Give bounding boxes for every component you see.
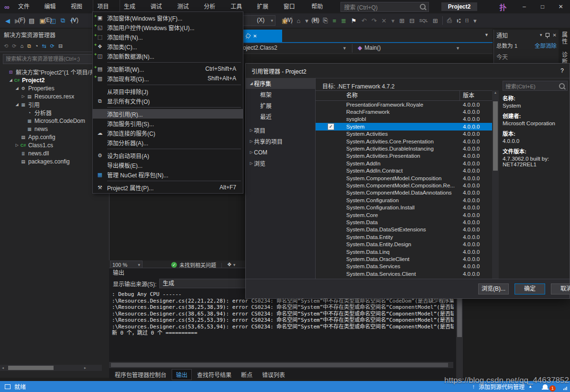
reference-nav-item[interactable]: ▷共享的项目 xyxy=(246,136,315,147)
braces-icon[interactable]: ⁅⁆ xyxy=(465,18,469,23)
menu-item[interactable]: ▥+添加现有项(G)...Shift+Alt+A xyxy=(93,74,243,83)
expander-icon[interactable]: ▷ xyxy=(14,143,20,147)
scroll-thumb[interactable] xyxy=(111,363,448,367)
menu-item[interactable]: ❖+添加类(C)... xyxy=(93,42,243,51)
cleanup-icon[interactable]: ❖ ▾ xyxy=(227,261,235,268)
assembly-row[interactable]: System.Data.Services.Client4.0.0.0 xyxy=(316,270,493,277)
menu-item[interactable]: 从项目中排除(J) xyxy=(93,87,243,96)
menu-item[interactable]: 编辑(E) xyxy=(40,0,67,13)
assembly-row[interactable]: System.Activities.Core.Presentation4.0.0… xyxy=(316,138,493,145)
close-icon[interactable]: ✕ xyxy=(553,33,557,38)
ok-button[interactable]: 确定 xyxy=(515,283,545,294)
bookmark-icon[interactable]: ⚑ xyxy=(351,17,357,24)
solution-explorer-hscrollbar[interactable]: ◂ ▸ xyxy=(0,365,102,371)
bottom-tab-item[interactable]: 程序包管理器控制台 xyxy=(111,370,170,380)
assembly-row[interactable]: System.Data4.0.0.0 xyxy=(316,218,493,226)
menu-item[interactable]: ▦管理 NuGet 程序包(N)... xyxy=(93,170,243,179)
maximize-button[interactable]: □ xyxy=(533,3,551,10)
export-icon[interactable]: ⎙ xyxy=(447,17,452,24)
dropdown[interactable]: ▾ xyxy=(305,17,308,24)
scroll-thumb[interactable] xyxy=(493,101,498,171)
assembly-row[interactable]: ✓System4.0.0.0 xyxy=(316,123,493,130)
expander-icon[interactable]: ◢ xyxy=(249,81,254,86)
grid-icon[interactable]: ⊟ xyxy=(409,17,415,24)
reference-nav-item[interactable]: 扩展 xyxy=(246,100,315,111)
clear-all-link[interactable]: 全部消除 xyxy=(535,42,557,49)
menu-item[interactable]: ☁添加连接的服务(C) xyxy=(93,128,243,138)
breadcrumb-member-dropdown[interactable]: ◆ Main() xyxy=(358,44,381,51)
copy-doc-icon[interactable]: ⎘ xyxy=(323,17,328,24)
menu-item[interactable]: 添加服务引用(S)... xyxy=(93,119,243,128)
minimize-button[interactable]: – xyxy=(515,3,533,10)
menu-item[interactable]: ▤+添加新项(W)...Ctrl+Shift+A xyxy=(93,64,243,74)
expander-icon[interactable]: ▷ xyxy=(249,139,254,143)
assembly-row[interactable]: System.Core4.0.0.0 xyxy=(316,211,493,218)
quick-search-input[interactable]: 搜索 (Ctrl+Q) xyxy=(340,2,428,12)
menu-item[interactable]: ◫+添加新数据源(N)... xyxy=(93,51,243,61)
sync-active-doc-icon[interactable]: ⇆ xyxy=(42,43,46,49)
menu-item[interactable]: 帮助(H) xyxy=(307,0,334,13)
feedback-signal-icon[interactable] xyxy=(563,387,567,390)
solution-explorer-search-input[interactable]: 搜索解决方案资源管理器(Ctrl+;) xyxy=(3,54,106,64)
assembly-row[interactable]: System.Activities.Presentation4.0.0.0 xyxy=(316,152,493,160)
tab-list-chevron-icon[interactable]: ▼ xyxy=(484,33,489,37)
expander-icon[interactable]: ▷ xyxy=(249,128,254,132)
refresh-icon[interactable]: ⟳ xyxy=(50,43,55,49)
undo-nav-icon[interactable]: ↶ xyxy=(362,17,367,24)
forward-icon[interactable]: ⟳ xyxy=(12,43,16,49)
expander-icon[interactable]: ▷ xyxy=(249,161,254,165)
collapse-all-icon[interactable]: ⊟ xyxy=(58,43,63,49)
menu-item[interactable]: ⚙设为启动项目(A) xyxy=(93,151,243,160)
scroll-thumb[interactable] xyxy=(8,366,54,370)
checkbox-checked-icon[interactable]: ✓ xyxy=(328,123,334,130)
menu-item[interactable]: 文件(F) xyxy=(14,0,40,13)
reference-nav-item[interactable]: ◢程序集 xyxy=(246,78,315,89)
chevron-down-icon[interactable]: ▾ xyxy=(540,33,542,37)
pending-changes-filter-icon[interactable]: ◔ xyxy=(35,43,38,49)
assembly-list-scrollbar[interactable]: ▴ xyxy=(492,90,499,280)
close-tab-icon[interactable]: ✕ xyxy=(253,33,257,39)
assembly-row[interactable]: System.Data.Entity4.0.0.0 xyxy=(316,233,493,240)
menu-item[interactable]: 导出模板(E)... xyxy=(93,160,243,170)
expander-icon[interactable]: ◢ xyxy=(14,102,20,107)
switch-views-icon[interactable]: ⧉ xyxy=(27,43,31,49)
background-tasks-icon[interactable] xyxy=(5,384,11,389)
menu-item[interactable]: ◱+添加用户控件(Windows 窗体)(U)... xyxy=(93,22,243,32)
assembly-row[interactable]: System.Data.Entity.Design4.0.0.0 xyxy=(316,240,493,248)
reference-nav-item[interactable]: ▷浏览 xyxy=(246,158,315,169)
scroll-thumb[interactable] xyxy=(457,299,462,337)
bottom-tab-item[interactable]: 查找符号结果 xyxy=(193,370,235,380)
menu-item[interactable]: ⬚+添加组件(N)... xyxy=(93,32,243,42)
assembly-search-input[interactable]: 搜索(Ctrl+E) xyxy=(503,81,568,91)
scroll-right-icon[interactable]: ▸ xyxy=(82,366,88,370)
validate-sql-icon[interactable]: ⑆ xyxy=(457,17,460,24)
pin-icon[interactable] xyxy=(245,33,251,38)
expander-icon[interactable]: ◢ xyxy=(14,86,20,90)
bottom-tab-item[interactable]: 错误列表 xyxy=(258,370,289,380)
assembly-row[interactable]: System.ComponentModel.DataAnnotations4.0… xyxy=(316,189,493,196)
menu-item[interactable]: ⧉显示所有文件(O) xyxy=(93,96,243,106)
expander-icon[interactable]: ▷ xyxy=(249,150,254,154)
schema-icon[interactable]: ⊞ xyxy=(399,17,405,24)
nav-back-icon[interactable]: ◀ xyxy=(5,17,10,24)
menu-item[interactable]: 添加引用(R)... xyxy=(93,109,243,119)
sql-icon[interactable]: SQL xyxy=(419,18,428,23)
assembly-row[interactable]: System.ComponentModel.Composition4.0.0.0 xyxy=(316,174,493,182)
assembly-row[interactable]: System.Data.DataSetExtensions4.0.0.0 xyxy=(316,226,493,233)
dropdown[interactable]: ▾ xyxy=(473,17,477,24)
assembly-row[interactable]: System.Data.OracleClient4.0.0.0 xyxy=(316,255,493,262)
reference-nav-item[interactable]: ▷项目 xyxy=(246,125,315,136)
assembly-row[interactable]: System.ComponentModel.Composition.Re...4… xyxy=(316,182,493,189)
account-avatar[interactable]: 扑 xyxy=(499,2,506,12)
remove-nav-icon[interactable]: ✕ xyxy=(382,17,387,24)
scroll-up-icon[interactable]: ▴ xyxy=(493,90,498,95)
uncomment-icon[interactable]: ≣ xyxy=(341,17,346,24)
menu-item[interactable]: 扩展(X) xyxy=(252,0,279,13)
new-file-icon[interactable]: ▤ xyxy=(29,17,34,24)
scroll-left-icon[interactable]: ◂ xyxy=(0,366,6,370)
assembly-row[interactable]: System.Data.Services4.0.0.0 xyxy=(316,263,493,270)
reference-nav-item[interactable]: 框架 xyxy=(246,89,315,100)
browse-button[interactable]: 浏览(B)... xyxy=(478,283,509,294)
solution-badge[interactable]: Project2 xyxy=(441,2,477,11)
menu-item[interactable]: 添加分析器(A)... xyxy=(93,138,243,147)
